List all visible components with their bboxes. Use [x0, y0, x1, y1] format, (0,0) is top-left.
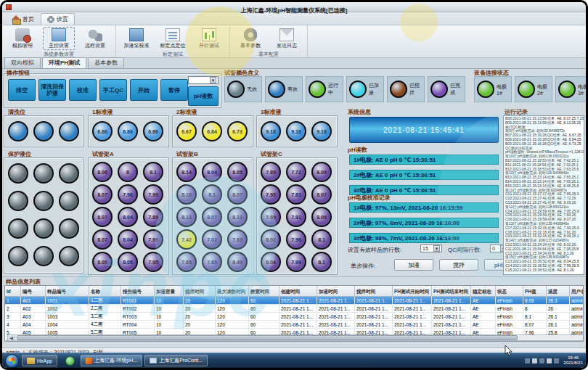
column-header[interactable]: PH测试开始时间 [393, 286, 432, 296]
column-header[interactable]: 最大读数时间 [216, 286, 249, 296]
taskbar-app-label: 上海汇鑫ProCont... [159, 357, 203, 364]
legend-label: 无效 [247, 86, 257, 93]
operation-button[interactable]: 清洗回保护液 [38, 79, 66, 101]
scroll-left-icon[interactable]: ◀ [8, 335, 15, 340]
operation-button[interactable]: 排空 [8, 79, 36, 101]
rack-tube: 7.89 [143, 207, 163, 227]
rack-tube: 8.07 [92, 184, 113, 205]
table-cell: 1002 [46, 305, 89, 312]
table-cell: 2021-08-21 1... [317, 297, 355, 304]
column-header[interactable]: 创建时间 [279, 286, 317, 296]
column-header[interactable]: 报告编号 [121, 286, 155, 296]
sub-tab-0[interactable]: 双向模拟 [4, 57, 41, 68]
column-header[interactable]: PH值 [523, 286, 547, 296]
calibration-bar: 3#电极: 98%, 7mV, 2021-08-20 16:16:00 [349, 233, 499, 243]
ribbon-button[interactable]: 基本参数 [234, 27, 266, 50]
column-header[interactable]: 静置时间 [249, 286, 279, 296]
column-header[interactable]: PH测试结束时间 [432, 286, 471, 296]
table-cell: AE [471, 321, 496, 328]
table-row[interactable]: 2A0210022二惠RT0021020120602021-08-21 1...… [5, 305, 584, 313]
table-cell: 4二惠 [89, 321, 121, 328]
protect-tube [8, 218, 28, 239]
taskbar-app-ph-system[interactable]: 上海汇鑫-环境pH... [81, 355, 142, 366]
table-row[interactable]: 4A0410044二惠RT0041020120602021-08-21 1...… [5, 321, 584, 329]
legend-status-icon [268, 81, 285, 98]
column-header[interactable]: 用户名称 [570, 286, 584, 296]
ribbon-tab-settings[interactable]: 设置 [41, 13, 75, 25]
sample-table-label: 样品信息列表 [6, 278, 41, 286]
operation-button[interactable]: 校准 [69, 79, 97, 101]
column-header[interactable]: 样品编号 [46, 286, 89, 296]
standard-tube: 6.86 [143, 121, 163, 141]
table-cell: 2021-08-21 1... [355, 321, 393, 328]
rack-tube: 8 [118, 162, 138, 182]
rack-tube: 8.07 [92, 207, 113, 227]
ribbon-button[interactable]: 发送日志 [271, 27, 303, 50]
legend-item: 运行中 [306, 76, 343, 102]
step-button-1[interactable]: 搅拌 [439, 259, 478, 271]
run-log-line: C15:2021-08-21 15:36:52,结果: AE ,8.1,26 [505, 268, 584, 273]
ribbon-button[interactable]: 主控设置 [43, 27, 75, 50]
taskbar-clock[interactable]: 15:46 2021/8/21 [561, 355, 583, 366]
column-header[interactable]: 加液容量 [155, 286, 184, 296]
standard-tube: 6.73 [227, 121, 248, 141]
column-header[interactable]: 加液时间 [317, 286, 355, 296]
ribbon-tab-home[interactable]: 首页 [5, 13, 41, 25]
column-header[interactable]: 状态 [496, 286, 523, 296]
rows-setting-label: 设置有效样品的行数: [348, 246, 401, 254]
rack-tube: 7.91 [286, 207, 306, 227]
ribbon-button[interactable]: 升针测试 [193, 27, 225, 50]
volume-icon[interactable] [547, 358, 552, 363]
rack-tube: 7.99 [286, 252, 306, 272]
column-header[interactable]: 编号 [21, 286, 46, 296]
ribbon-button[interactable]: 模拟管理 [7, 27, 38, 50]
signal-icon[interactable] [554, 358, 559, 363]
step-button-0[interactable]: 加液 [394, 259, 433, 271]
scrollbar-thumb[interactable] [17, 335, 518, 340]
protect-label: 保护液位 [8, 150, 31, 158]
ph-reading-button[interactable]: pH读数 [188, 86, 219, 106]
sub-tab-2[interactable]: 基本参数 [88, 57, 124, 68]
column-header[interactable]: 温度 [547, 286, 570, 296]
table-cell: AE [471, 297, 496, 304]
operation-button[interactable]: 开始 [130, 79, 158, 101]
table-cell: 10 [155, 305, 184, 312]
table-cell: 2021-08-21 1... [279, 297, 317, 304]
rack-tube: 8.06 [92, 162, 113, 182]
update-icon[interactable] [539, 358, 544, 363]
ribbon-button[interactable]: 流程设置 [79, 27, 111, 50]
operation-combobox[interactable]: ▼ [188, 76, 219, 84]
column-header[interactable]: 名称 [89, 286, 121, 296]
legend-label: 已完成 [450, 82, 465, 96]
ribbon-button[interactable]: 加液泵校准 [121, 27, 152, 50]
taskbar-app-hxapp[interactable]: HxApp [22, 355, 57, 366]
system-tray: 15:46 2021/8/21 [525, 355, 586, 366]
window-title: 上海汇鑫-环境pH智能测量仪系统[已连接] [241, 7, 348, 14]
operation-button[interactable]: 暂停 [160, 79, 188, 101]
standard-tube: 9.18 [286, 121, 306, 141]
rows-setting-select[interactable]: 15 ▼ [420, 244, 442, 252]
mouse-cursor [505, 345, 513, 357]
table-row[interactable]: 1A0110011二惠RT0011020120602021-08-21 1...… [5, 297, 584, 305]
table-row[interactable]: 3A0310033二惠RT0031020120602021-08-21 1...… [5, 313, 584, 321]
column-header[interactable]: 搅拌时间 [184, 286, 216, 296]
printer-icon[interactable] [525, 358, 530, 363]
sub-tab-1[interactable]: 环境PH测试 [42, 57, 86, 68]
table-cell: 2 [5, 305, 21, 312]
table-cell: 2021-08-21 1... [317, 305, 355, 312]
taskbar-app-procont[interactable]: 上海汇鑫ProCont... [144, 355, 208, 366]
start-button[interactable] [5, 354, 19, 368]
taskbar-green-icon[interactable] [65, 356, 75, 366]
column-header[interactable]: Id [5, 286, 21, 296]
protect-tube [59, 163, 79, 184]
chart-icon [202, 28, 216, 41]
run-log-box[interactable]: B08:2021-08-21 15:13:59,结果: AE ,8.07,25.… [503, 115, 584, 275]
horizontal-scrollbar[interactable]: ◀ [7, 334, 584, 341]
operation-button[interactable]: 手工QC [99, 79, 127, 101]
device-group-label: 设备连接状态 [474, 69, 509, 77]
network-icon[interactable] [532, 358, 537, 363]
column-header[interactable]: 稳定标志 [471, 286, 496, 296]
table-cell: 2021-08-21 1... [432, 321, 471, 328]
ribbon-button[interactable]: 标定点定位 [157, 27, 189, 50]
column-header[interactable]: 搅拌时间 [355, 286, 393, 296]
